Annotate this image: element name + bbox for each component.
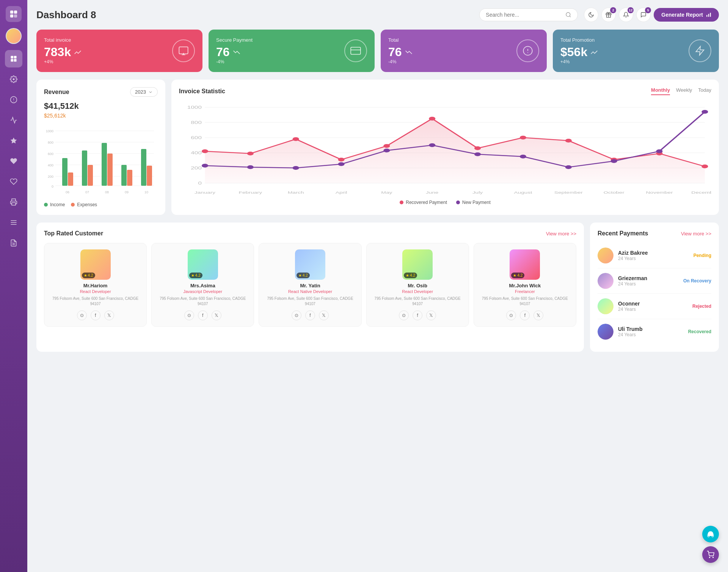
revenue-bar-chart: 1000 800 600 400 200 0 bbox=[44, 123, 158, 199]
svg-text:February: February bbox=[239, 191, 262, 194]
svg-text:0: 0 bbox=[52, 185, 53, 188]
svg-rect-55 bbox=[141, 149, 146, 186]
svg-rect-54 bbox=[127, 170, 132, 186]
gift-badge: 2 bbox=[610, 7, 616, 13]
payment-item-0: Aziz Bakree 24 Years Pending bbox=[598, 243, 711, 268]
svg-rect-56 bbox=[147, 166, 152, 186]
twitter-icon-0[interactable]: 𝕏 bbox=[104, 310, 114, 320]
facebook-icon-3[interactable]: f bbox=[413, 310, 422, 320]
instagram-icon-2[interactable]: ⊙ bbox=[292, 310, 301, 320]
search-input[interactable] bbox=[486, 12, 562, 18]
expenses-legend-dot bbox=[71, 203, 75, 207]
sidebar-item-heart[interactable] bbox=[5, 152, 22, 170]
payment-status-0: Pending bbox=[693, 253, 711, 258]
gift-icon bbox=[606, 12, 612, 18]
svg-rect-50 bbox=[88, 165, 93, 186]
svg-point-89 bbox=[293, 166, 299, 170]
payments-view-more[interactable]: View more >> bbox=[681, 231, 711, 237]
facebook-icon-0[interactable]: f bbox=[91, 310, 100, 320]
svg-rect-23 bbox=[710, 13, 711, 17]
invoice-line-chart: 1000 800 600 400 200 0 bbox=[179, 100, 711, 206]
svg-point-79 bbox=[383, 144, 390, 148]
svg-text:800: 800 bbox=[48, 141, 53, 144]
payment-status-1: On Recovery bbox=[683, 278, 711, 284]
svg-text:October: October bbox=[604, 191, 624, 194]
svg-rect-3 bbox=[14, 14, 17, 17]
tab-monthly[interactable]: Monthly bbox=[651, 87, 670, 95]
svg-point-112 bbox=[713, 557, 714, 558]
sidebar-logo[interactable] bbox=[6, 6, 22, 22]
stat-cards: Total invoice 783k +4% Secure Paym bbox=[36, 30, 719, 72]
stat-card-total[interactable]: Total 76 -4% bbox=[381, 30, 547, 72]
header-icons: 2 12 5 Generate Report bbox=[584, 8, 719, 22]
svg-point-8 bbox=[13, 78, 15, 80]
chevron-down-icon bbox=[148, 90, 153, 94]
stat-card-total-invoice[interactable]: Total invoice 783k +4% bbox=[36, 30, 202, 72]
stat-card-total-promotion[interactable]: Total Promotion $56k +4% bbox=[553, 30, 719, 72]
cart-float-button[interactable] bbox=[702, 546, 719, 563]
gift-button[interactable]: 2 bbox=[601, 8, 616, 22]
instagram-icon-1[interactable]: ⊙ bbox=[184, 310, 194, 320]
header: Dashboard 8 2 12 bbox=[36, 8, 719, 22]
customer-socials-2: ⊙ f 𝕏 bbox=[264, 310, 356, 320]
support-float-button[interactable] bbox=[702, 526, 719, 542]
avatar[interactable] bbox=[6, 28, 22, 44]
svg-rect-52 bbox=[107, 154, 113, 186]
stat-value-1: 76 bbox=[216, 45, 230, 59]
sidebar-item-settings[interactable] bbox=[5, 71, 22, 88]
customer-name-0: Mr.Hariom bbox=[49, 283, 142, 288]
customers-grid: ★4.2 Mr.Hariom React Developer 795 Folso… bbox=[44, 243, 576, 327]
sidebar-item-print[interactable] bbox=[5, 193, 22, 211]
invoice-tabs: Monthly Weekly Today bbox=[651, 87, 711, 95]
search-icon bbox=[565, 12, 571, 18]
twitter-icon-3[interactable]: 𝕏 bbox=[426, 310, 436, 320]
stat-trend-1: -4% bbox=[216, 59, 253, 64]
bell-button[interactable]: 12 bbox=[619, 8, 633, 22]
search-box[interactable] bbox=[479, 8, 578, 21]
sidebar bbox=[0, 0, 27, 572]
twitter-icon-2[interactable]: 𝕏 bbox=[319, 310, 329, 320]
sidebar-item-menu[interactable] bbox=[5, 214, 22, 231]
trend-icon-3 bbox=[590, 49, 598, 56]
svg-text:January: January bbox=[195, 191, 216, 194]
svg-rect-29 bbox=[351, 47, 361, 55]
customers-view-more[interactable]: View more >> bbox=[546, 231, 576, 237]
sidebar-item-documents[interactable] bbox=[5, 234, 22, 252]
stat-label-3: Total Promotion bbox=[560, 37, 598, 43]
chat-button[interactable]: 5 bbox=[636, 8, 651, 22]
svg-text:August: August bbox=[514, 191, 532, 194]
customer-socials-3: ⊙ f 𝕏 bbox=[371, 310, 464, 320]
tab-weekly[interactable]: Weekly bbox=[676, 87, 692, 95]
moon-icon bbox=[588, 12, 594, 18]
twitter-icon-4[interactable]: 𝕏 bbox=[533, 310, 543, 320]
svg-point-78 bbox=[338, 158, 344, 161]
instagram-icon-0[interactable]: ⊙ bbox=[77, 310, 87, 320]
facebook-icon-4[interactable]: f bbox=[520, 310, 530, 320]
stat-value-3: $56k bbox=[560, 45, 587, 59]
payment-name-0: Aziz Bakree bbox=[618, 250, 689, 256]
svg-text:200: 200 bbox=[48, 175, 53, 179]
facebook-icon-1[interactable]: f bbox=[198, 310, 208, 320]
facebook-icon-2[interactable]: f bbox=[305, 310, 315, 320]
instagram-icon-3[interactable]: ⊙ bbox=[399, 310, 409, 320]
svg-point-76 bbox=[247, 152, 254, 155]
generate-report-button[interactable]: Generate Report bbox=[654, 8, 719, 22]
tab-today[interactable]: Today bbox=[698, 87, 711, 95]
instagram-icon-4[interactable]: ⊙ bbox=[506, 310, 516, 320]
svg-rect-0 bbox=[10, 11, 13, 14]
twitter-icon-1[interactable]: 𝕏 bbox=[212, 310, 221, 320]
stat-icon-0 bbox=[172, 39, 195, 62]
svg-rect-24 bbox=[708, 14, 709, 17]
year-selector[interactable]: 2023 bbox=[130, 87, 158, 97]
customer-role-0: React Developer bbox=[49, 289, 142, 294]
sidebar-item-dashboard[interactable] bbox=[5, 50, 22, 67]
sidebar-item-info[interactable] bbox=[5, 91, 22, 108]
income-legend-dot bbox=[44, 203, 48, 207]
dark-mode-toggle[interactable] bbox=[584, 8, 598, 22]
stat-card-secure-payment[interactable]: Secure Payment 76 -4% bbox=[209, 30, 375, 72]
sidebar-item-favorites[interactable] bbox=[5, 132, 22, 149]
sidebar-item-wishlist[interactable] bbox=[5, 173, 22, 190]
svg-point-75 bbox=[202, 149, 208, 153]
svg-text:December: December bbox=[691, 191, 711, 194]
sidebar-item-analytics[interactable] bbox=[5, 111, 22, 129]
